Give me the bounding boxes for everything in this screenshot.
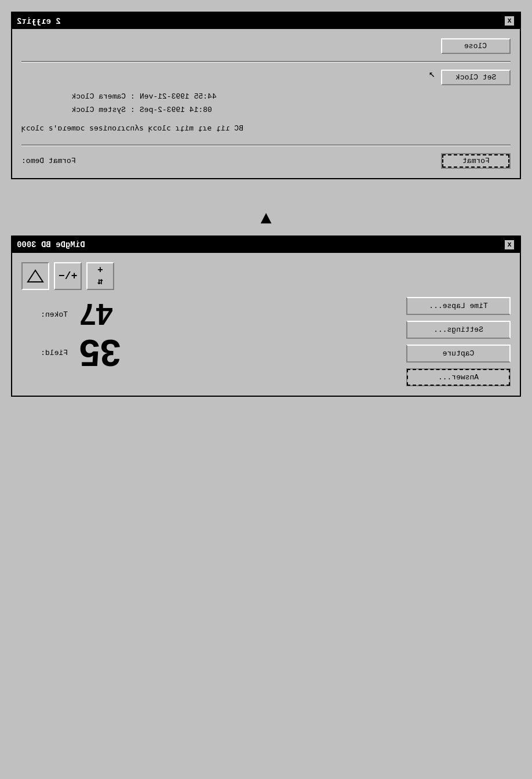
field-label: Field: bbox=[21, 349, 68, 357]
toolbar-row: +\− +⇅ bbox=[21, 262, 397, 290]
settings-dialog: 2 eɿɟɟiτ2 x Close ↗ Set Clock Camera Clo… bbox=[11, 12, 521, 179]
token-row: Token: 47 bbox=[21, 299, 397, 329]
data-rows: Token: 47 Field: 35 bbox=[21, 299, 397, 371]
cursor-icon: ↗ bbox=[429, 67, 435, 80]
field-value: 35 bbox=[79, 334, 121, 371]
plus-minus-icon: +\− bbox=[59, 270, 77, 282]
plus-minus-arrows-icon: +⇅ bbox=[97, 265, 103, 287]
separator-1 bbox=[21, 61, 511, 63]
system-clock-value: 08:14 1993-2-peS bbox=[140, 106, 212, 114]
plus-minus-tool-button[interactable]: +\− bbox=[54, 262, 82, 290]
camera-clock-row: Camera Clock : 44:55 1993-21-veN bbox=[21, 92, 511, 101]
left-panel: +\− +⇅ Token: 47 Field: 35 bbox=[21, 262, 397, 386]
settings-title: 2 eɿɟɟiτ2 bbox=[17, 16, 61, 26]
settings-button[interactable]: Settings... bbox=[406, 321, 511, 339]
close-button-row: Close bbox=[21, 38, 511, 54]
triangle-tool-button[interactable] bbox=[21, 262, 49, 290]
triangle-icon bbox=[27, 267, 44, 285]
close-button[interactable]: Close bbox=[441, 38, 511, 54]
arrow-indicator: ▲ bbox=[260, 208, 271, 230]
main-titlebar: DiMgDe BD 3000 x bbox=[12, 237, 520, 253]
plus-minus-arrows-tool-button[interactable]: +⇅ bbox=[86, 262, 114, 290]
time-lapse-button[interactable]: Time Lapse... bbox=[406, 297, 511, 315]
format-row: Format Demo: Format bbox=[21, 153, 511, 169]
svg-marker-0 bbox=[28, 270, 43, 282]
settings-body: Close ↗ Set Clock Camera Clock : 44:55 1… bbox=[12, 29, 520, 178]
camera-clock-value: 44:55 1993-21-veN bbox=[140, 92, 217, 101]
answer-button[interactable]: Answer... bbox=[406, 368, 511, 386]
set-clock-row: ↗ Set Clock bbox=[21, 70, 511, 85]
set-clock-button[interactable]: Set Clock bbox=[441, 70, 511, 85]
main-body: +\− +⇅ Token: 47 Field: 35 Time bbox=[12, 253, 520, 396]
system-clock-label: System Clock bbox=[21, 106, 126, 114]
right-panel: Time Lapse... Settings... Capture Answer… bbox=[406, 262, 511, 386]
settings-close-x[interactable]: x bbox=[504, 15, 515, 27]
system-clock-row: System Clock : 08:14 1993-2-peS bbox=[21, 106, 511, 114]
token-value: 47 bbox=[79, 299, 113, 329]
main-dialog: DiMgDe BD 3000 x +\− +⇅ bbox=[11, 235, 521, 397]
camera-clock-label: Camera Clock bbox=[21, 92, 126, 101]
format-demo-label: Format Demo: bbox=[21, 157, 76, 165]
field-row: Field: 35 bbox=[21, 334, 397, 371]
capture-button[interactable]: Capture bbox=[406, 345, 511, 363]
main-title: DiMgDe BD 3000 bbox=[17, 240, 85, 249]
settings-titlebar: 2 eɿɟɟiτ2 x bbox=[12, 13, 520, 29]
sync-row: BC ɿiʇ ɘɾʇ miʇɾ ɔloɔʞ ƨʎnɔɾɿoniƨeƨ ɔɑmeɿ… bbox=[21, 119, 511, 137]
up-arrow: ▲ bbox=[260, 208, 271, 230]
sync-text: BC ɿiʇ ɘɾʇ miʇɾ ɔloɔʞ ƨʎnɔɾɿoniƨeƨ ɔɑmeɿ… bbox=[21, 124, 243, 133]
format-button[interactable]: Format bbox=[441, 153, 511, 169]
main-close-x[interactable]: x bbox=[504, 239, 515, 251]
token-label: Token: bbox=[21, 310, 68, 319]
separator-2 bbox=[21, 144, 511, 146]
